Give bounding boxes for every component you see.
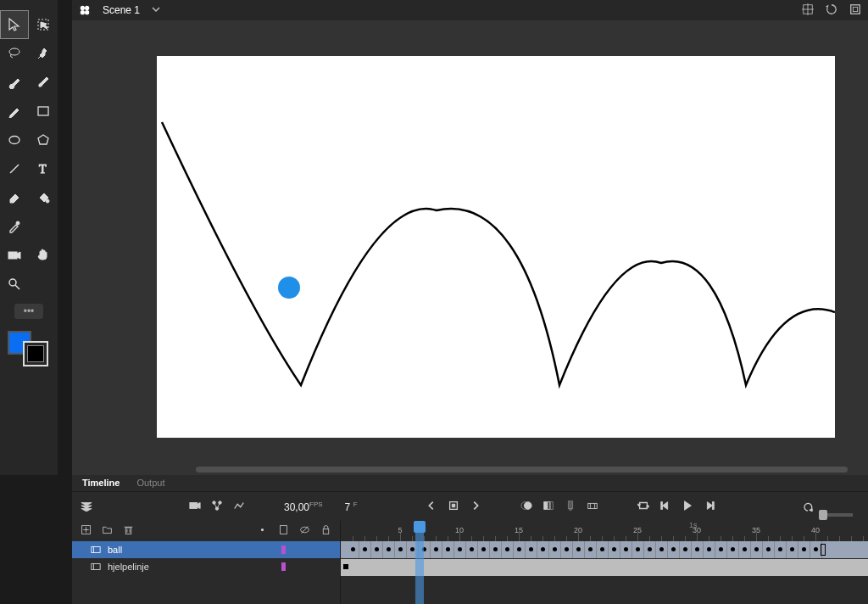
svg-text:T: T: [39, 163, 47, 176]
svg-rect-43: [568, 501, 572, 508]
timeline-toolbar: 30,00FPS 7 F: [72, 492, 868, 521]
svg-point-24: [9, 279, 16, 286]
svg-point-1: [85, 6, 89, 10]
svg-marker-23: [17, 252, 20, 259]
rotate-stage-icon[interactable]: [826, 3, 837, 18]
layer-name: hjelpelinje: [108, 562, 149, 572]
svg-line-25: [15, 285, 19, 289]
line-tool[interactable]: [0, 154, 29, 183]
free-transform-tool[interactable]: [29, 10, 58, 39]
layer-row-hjelpelinje[interactable]: hjelpelinje: [72, 558, 340, 575]
layer-filter-icon[interactable]: [81, 500, 92, 514]
scene-clover-icon: [79, 4, 91, 16]
zoom-tool[interactable]: [0, 270, 29, 299]
hide-layer-icon[interactable]: [299, 524, 310, 538]
step-forward-one-icon[interactable]: [470, 500, 481, 514]
highlight-layer-icon[interactable]: [257, 524, 268, 538]
motion-path: [157, 56, 835, 438]
document-topbar: Scene 1: [72, 0, 868, 20]
keyframe-insert-icon[interactable]: [587, 500, 598, 514]
current-frame-display[interactable]: 7 F: [345, 501, 358, 513]
edit-multiple-frames-icon[interactable]: [542, 500, 554, 514]
track-area[interactable]: 1s 5101520253035404550: [341, 521, 868, 604]
marker-icon[interactable]: [565, 500, 576, 514]
playhead[interactable]: [415, 521, 424, 604]
step-back-one-icon[interactable]: [426, 500, 437, 514]
svg-marker-30: [198, 502, 201, 508]
camera-tool[interactable]: [0, 241, 29, 270]
rectangle-tool[interactable]: [29, 97, 58, 126]
lasso-tool[interactable]: [0, 39, 29, 68]
svg-rect-29: [190, 502, 198, 508]
ruler-label: 5: [398, 526, 402, 534]
ruler-label: 30: [693, 526, 701, 534]
hand-tool[interactable]: [29, 241, 58, 270]
tab-output[interactable]: Output: [128, 475, 173, 491]
add-camera-icon[interactable]: [189, 500, 201, 514]
layer-row-ball[interactable]: ball: [72, 541, 340, 558]
svg-marker-9: [9, 19, 19, 31]
fps-display[interactable]: 30,00FPS: [284, 501, 323, 513]
svg-marker-27: [81, 506, 92, 509]
svg-marker-50: [662, 501, 667, 509]
ball-object[interactable]: [278, 277, 300, 299]
timeline-panel: Timeline Output 30,00FPS 7 F: [72, 475, 868, 604]
svg-rect-37: [452, 504, 455, 507]
layer-keyframe-indicator: [281, 545, 286, 554]
svg-point-39: [524, 501, 531, 509]
polygon-tool[interactable]: [29, 126, 58, 154]
loop-controls: [637, 500, 715, 514]
play-icon[interactable]: [682, 500, 693, 514]
delete-layer-icon[interactable]: [123, 524, 134, 538]
pen-tool[interactable]: [0, 97, 29, 126]
new-layer-icon[interactable]: [81, 524, 92, 538]
paint-brush-tool[interactable]: [29, 68, 58, 97]
loop-icon[interactable]: [637, 500, 649, 514]
new-folder-icon[interactable]: [102, 524, 113, 538]
svg-point-21: [16, 221, 19, 225]
svg-point-12: [9, 48, 19, 55]
eraser-tool[interactable]: [0, 183, 29, 212]
oval-tool[interactable]: [0, 126, 29, 154]
empty-tool-slot-2: [29, 270, 58, 299]
onion-skin-icon[interactable]: [520, 500, 532, 514]
text-tool[interactable]: T: [29, 154, 58, 183]
svg-rect-41: [548, 501, 550, 509]
svg-line-17: [10, 165, 19, 173]
clip-stage-icon[interactable]: [849, 3, 861, 18]
selection-tool[interactable]: [0, 10, 29, 39]
tool-options-icon[interactable]: •••: [14, 304, 43, 319]
svg-rect-67: [323, 529, 329, 534]
svg-rect-14: [38, 107, 48, 115]
svg-marker-19: [10, 194, 19, 203]
lock-layer-icon[interactable]: [320, 524, 331, 538]
zoom-slider[interactable]: [819, 513, 853, 517]
stage-horizontal-scrollbar[interactable]: [196, 467, 848, 473]
undo-icon[interactable]: [802, 500, 814, 514]
ruler-label: 35: [752, 526, 760, 534]
brush-tool[interactable]: [0, 68, 29, 97]
svg-point-2: [81, 10, 85, 14]
keyframe-dot[interactable]: [343, 564, 348, 569]
center-stage-icon[interactable]: [802, 3, 814, 18]
step-forward-icon[interactable]: [704, 500, 715, 514]
step-back-icon[interactable]: [659, 500, 671, 514]
scene-chevron-down-icon[interactable]: [152, 5, 160, 15]
paint-bucket-tool[interactable]: [29, 183, 58, 212]
svg-marker-55: [810, 508, 813, 512]
svg-point-20: [46, 199, 49, 203]
svg-marker-11: [41, 22, 47, 29]
pin-tool[interactable]: [29, 39, 58, 68]
stroke-color-swatch[interactable]: [23, 341, 48, 366]
layer-depth-icon[interactable]: [233, 500, 245, 514]
eyedropper-tool[interactable]: [0, 212, 29, 241]
svg-rect-68: [92, 547, 100, 553]
outline-layer-icon[interactable]: [278, 524, 289, 538]
stage-canvas[interactable]: [157, 56, 835, 438]
stop-icon[interactable]: [448, 500, 459, 514]
layer-parenting-icon[interactable]: [211, 500, 223, 514]
layer-header: [72, 521, 340, 541]
svg-rect-59: [125, 528, 131, 534]
scene-name[interactable]: Scene 1: [103, 4, 140, 16]
tab-timeline[interactable]: Timeline: [74, 475, 128, 491]
